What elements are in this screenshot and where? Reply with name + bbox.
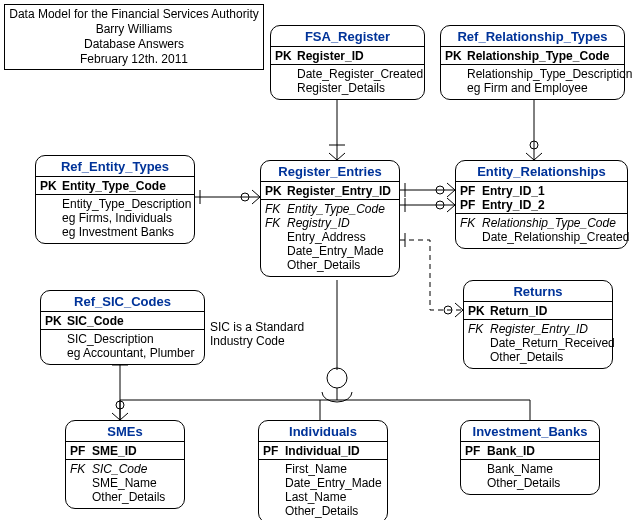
attribute-row: eg Firms, Individuals (40, 211, 190, 225)
attribute-row: FKSIC_Code (70, 462, 180, 476)
attribute-row: FKRegistry_ID (265, 216, 395, 230)
attribute-name: Relationship_Type_Code (467, 49, 609, 63)
key-label: PF (460, 184, 482, 198)
attribute-name: SME_Name (92, 476, 157, 490)
entity-title: Ref_Relationship_Types (441, 26, 624, 47)
entity-ref-relationship-types: Ref_Relationship_Types PKRelationship_Ty… (440, 25, 625, 100)
attribute-row: Date_Return_Received (468, 336, 608, 350)
attribute-name: Relationship_Type_Code (482, 216, 616, 230)
attribute-row: Date_Relationship_Created (460, 230, 623, 244)
attribute-row: Last_Name (263, 490, 383, 504)
entity-body: PFSME_IDFKSIC_CodeSME_NameOther_Details (66, 442, 184, 508)
entity-individuals: Individuals PFIndividual_IDFirst_NameDat… (258, 420, 388, 520)
title-line-4: February 12th. 2011 (9, 52, 259, 67)
attribute-row: PFSME_ID (70, 444, 180, 458)
attribute-name: SIC_Description (67, 332, 154, 346)
attribute-name: Date_Relationship_Created (482, 230, 629, 244)
entity-title: Ref_SIC_Codes (41, 291, 204, 312)
svg-point-19 (116, 401, 124, 409)
attribute-name: SIC_Code (92, 462, 147, 476)
attribute-row: eg Accountant, Plumber (45, 346, 200, 360)
entity-body: PFEntry_ID_1PFEntry_ID_2FKRelationship_T… (456, 182, 627, 248)
attribute-name: Entry_Address (287, 230, 366, 244)
attribute-name: Register_Details (297, 81, 385, 95)
key-label: PK (468, 304, 490, 318)
attribute-row: Bank_Name (465, 462, 595, 476)
attribute-row: PKSIC_Code (45, 314, 200, 328)
entity-register-entries: Register_Entries PKRegister_Entry_IDFKEn… (260, 160, 400, 277)
attribute-row: Entry_Address (265, 230, 395, 244)
key-label: PK (275, 49, 297, 63)
entity-body: PKRegister_IDDate_Register_CreatedRegist… (271, 47, 424, 99)
key-label: PK (445, 49, 467, 63)
entity-title: Investment_Banks (461, 421, 599, 442)
attribute-row: Other_Details (465, 476, 595, 490)
attribute-row: Other_Details (70, 490, 180, 504)
entity-title: Entity_Relationships (456, 161, 627, 182)
attribute-name: Registry_ID (287, 216, 350, 230)
attribute-name: Register_ID (297, 49, 364, 63)
attribute-name: Return_ID (490, 304, 547, 318)
attribute-row: Date_Entry_Made (265, 244, 395, 258)
separator (461, 459, 599, 460)
entity-body: PKSIC_CodeSIC_Descriptioneg Accountant, … (41, 312, 204, 364)
entity-body: PKEntity_Type_CodeEntity_Type_Descriptio… (36, 177, 194, 243)
entity-body: PKReturn_IDFKRegister_Entry_IDDate_Retur… (464, 302, 612, 368)
attribute-row: SME_Name (70, 476, 180, 490)
svg-point-5 (530, 141, 538, 149)
entity-entity-relationships: Entity_Relationships PFEntry_ID_1PFEntry… (455, 160, 628, 249)
separator (464, 319, 612, 320)
svg-point-16 (444, 306, 452, 314)
attribute-row: eg Firm and Employee (445, 81, 620, 95)
entity-body: PKRegister_Entry_IDFKEntity_Type_CodeFKR… (261, 182, 399, 276)
attribute-row: Register_Details (275, 81, 420, 95)
key-label: FK (265, 202, 287, 216)
key-label: PF (70, 444, 92, 458)
separator (66, 459, 184, 460)
attribute-name: Date_Entry_Made (287, 244, 384, 258)
entity-title: Ref_Entity_Types (36, 156, 194, 177)
attribute-row: PKRegister_ID (275, 49, 420, 63)
entity-fsa-register: FSA_Register PKRegister_IDDate_Register_… (270, 25, 425, 100)
key-label: FK (460, 216, 482, 230)
title-line-3: Database Answers (9, 37, 259, 52)
attribute-row: PFBank_ID (465, 444, 595, 458)
attribute-name: Bank_ID (487, 444, 535, 458)
attribute-name: Entry_ID_2 (482, 198, 545, 212)
attribute-name: eg Investment Banks (62, 225, 174, 239)
attribute-name: Relationship_Type_Description (467, 67, 632, 81)
attribute-name: Date_Register_Created (297, 67, 423, 81)
attribute-name: eg Firm and Employee (467, 81, 588, 95)
attribute-name: Other_Details (490, 350, 563, 364)
svg-point-14 (436, 201, 444, 209)
entity-title: Individuals (259, 421, 387, 442)
attribute-row: Date_Entry_Made (263, 476, 383, 490)
attribute-row: PKEntity_Type_Code (40, 179, 190, 193)
key-label: PK (265, 184, 287, 198)
svg-point-11 (436, 186, 444, 194)
attribute-row: First_Name (263, 462, 383, 476)
attribute-name: Other_Details (285, 504, 358, 518)
attribute-name: Other_Details (287, 258, 360, 272)
attribute-row: PKRegister_Entry_ID (265, 184, 395, 198)
note-sic: SIC is a Standard Industry Code (210, 320, 304, 349)
attribute-name: SME_ID (92, 444, 137, 458)
attribute-name: SIC_Code (67, 314, 124, 328)
attribute-row: FKEntity_Type_Code (265, 202, 395, 216)
attribute-name: eg Accountant, Plumber (67, 346, 194, 360)
attribute-row: Other_Details (265, 258, 395, 272)
attribute-name: Entity_Type_Code (287, 202, 385, 216)
entity-smes: SMEs PFSME_IDFKSIC_CodeSME_NameOther_Det… (65, 420, 185, 509)
key-label: PK (40, 179, 62, 193)
attribute-row: eg Investment Banks (40, 225, 190, 239)
entity-title: FSA_Register (271, 26, 424, 47)
svg-point-21 (327, 368, 347, 388)
attribute-name: Date_Entry_Made (285, 476, 382, 490)
entity-ref-sic-codes: Ref_SIC_Codes PKSIC_CodeSIC_Descriptione… (40, 290, 205, 365)
key-label: PF (465, 444, 487, 458)
key-label: PF (263, 444, 285, 458)
attribute-row: SIC_Description (45, 332, 200, 346)
separator (261, 199, 399, 200)
entity-body: PFIndividual_IDFirst_NameDate_Entry_Made… (259, 442, 387, 520)
entity-body: PFBank_IDBank_NameOther_Details (461, 442, 599, 494)
